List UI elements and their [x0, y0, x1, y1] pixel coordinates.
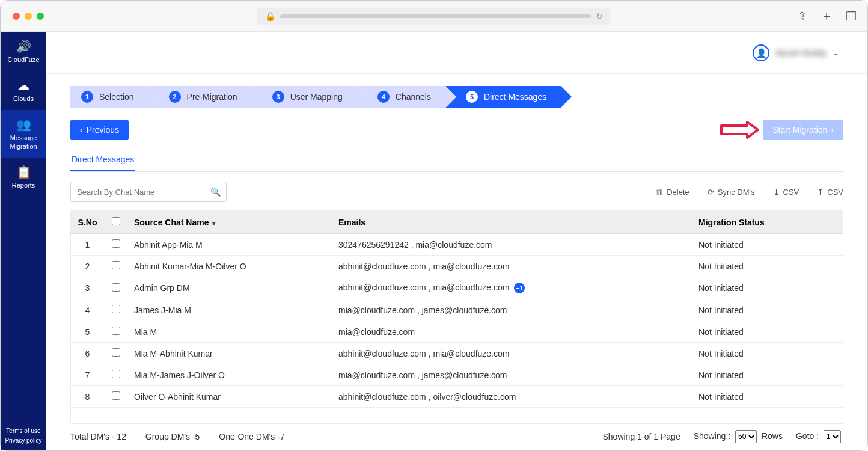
- address-bar[interactable]: 🔒 ↻: [257, 8, 611, 25]
- tab-direct-messages[interactable]: Direct Messages: [70, 151, 135, 171]
- table-row[interactable]: 6Mia M-Abhinit Kumarabhinit@cloudfuze.co…: [71, 343, 843, 364]
- start-migration-button[interactable]: Start Migration ›: [763, 120, 843, 140]
- sidebar-item-clouds[interactable]: ☁ Clouds: [1, 71, 46, 110]
- lock-icon: 🔒: [265, 11, 275, 21]
- page-size-select[interactable]: 50: [735, 430, 757, 443]
- csv-upload-button[interactable]: ⤒CSV: [817, 188, 843, 197]
- pagination-info: Showing 1 of 1 Page: [602, 432, 680, 441]
- sidebar-brand[interactable]: 🔊 CloudFuze: [1, 32, 46, 71]
- cell-sno: 8: [71, 386, 104, 408]
- brand-label: CloudFuze: [7, 56, 39, 64]
- goto-select[interactable]: 1: [824, 430, 841, 443]
- row-checkbox[interactable]: [112, 370, 120, 378]
- csv-download-button[interactable]: ⤓CSV: [773, 188, 799, 197]
- step-selection[interactable]: 1Selection: [70, 86, 148, 108]
- total-dms: Total DM's - 12: [70, 432, 126, 441]
- cell-checkbox: [104, 386, 128, 408]
- user-menu[interactable]: 👤 Nirosh Reddy ⌄: [753, 44, 839, 61]
- terms-link[interactable]: Terms of use: [5, 426, 41, 436]
- traffic-lights: [13, 13, 44, 20]
- more-badge[interactable]: +1: [514, 283, 525, 293]
- share-icon[interactable]: ⇪: [797, 8, 807, 24]
- cell-emails: mia@cloudfuze.com , james@cloudfuze.com: [332, 364, 692, 386]
- table-row[interactable]: 8Oilver O-Abhinit Kumarabhinit@cloudfuze…: [71, 386, 843, 408]
- cell-sno: 3: [71, 277, 104, 299]
- step-channels[interactable]: 4Channels: [357, 86, 445, 108]
- sidebar-item-label: Message Migration: [1, 134, 46, 150]
- select-all-checkbox[interactable]: [112, 217, 120, 226]
- cell-checkbox: [104, 299, 128, 321]
- user-name: Nirosh Reddy: [775, 48, 827, 58]
- cell-emails: abhinit@cloudfuze.com , mia@cloudfuze.co…: [332, 256, 692, 277]
- maximize-window-icon[interactable]: [37, 13, 44, 20]
- cell-sno: 7: [71, 364, 104, 386]
- reload-icon[interactable]: ↻: [596, 11, 603, 21]
- tabs-overview-icon[interactable]: ❐: [846, 8, 857, 24]
- cell-status: Not Initiated: [692, 364, 843, 386]
- cell-status: Not Initiated: [692, 386, 843, 408]
- table-row[interactable]: 4James J-Mia Mmia@cloudfuze.com , james@…: [71, 299, 843, 321]
- page-size-control: Showing : 50 Rows: [694, 430, 783, 443]
- delete-button[interactable]: 🗑Delete: [655, 188, 689, 197]
- cell-status: Not Initiated: [692, 299, 843, 321]
- sidebar-footer: Terms of use Privacy policy: [2, 422, 44, 450]
- cell-sno: 1: [71, 234, 104, 256]
- header-name[interactable]: Source Chat Name▾: [128, 211, 332, 234]
- cell-checkbox: [104, 256, 128, 277]
- wizard-steps: 1Selection 2Pre-Migration 3User Mapping …: [70, 86, 843, 108]
- cell-status: Not Initiated: [692, 256, 843, 277]
- url-placeholder: [280, 14, 591, 18]
- cell-emails: abhinit@cloudfuze.com , mia@cloudfuze.co…: [332, 277, 692, 299]
- search-icon: 🔍: [210, 187, 221, 197]
- cell-checkbox: [104, 277, 128, 299]
- brand-icon: 🔊: [16, 39, 31, 54]
- chevron-down-icon: ⌄: [833, 49, 839, 57]
- row-checkbox[interactable]: [112, 391, 120, 400]
- sidebar-item-label: Reports: [12, 182, 35, 189]
- sidebar-item-reports[interactable]: 📋 Reports: [1, 158, 46, 197]
- cell-name: Mia M-Abhinit Kumar: [128, 343, 332, 364]
- cell-emails: mia@cloudfuze.com: [332, 321, 692, 343]
- topbar: 👤 Nirosh Reddy ⌄: [46, 32, 867, 74]
- privacy-link[interactable]: Privacy policy: [5, 436, 41, 446]
- table-row[interactable]: 2Abhinit Kumar-Mia M-Oilver Oabhinit@clo…: [71, 256, 843, 277]
- cloud-icon: ☁: [17, 78, 29, 93]
- cell-emails: abhinit@cloudfuze.com , mia@cloudfuze.co…: [332, 343, 692, 364]
- previous-button[interactable]: ‹ Previous: [70, 120, 129, 140]
- sidebar: 🔊 CloudFuze ☁ Clouds 👥 Message Migration…: [1, 32, 46, 450]
- sidebar-item-label: Clouds: [13, 95, 34, 103]
- tabs: Direct Messages: [70, 151, 843, 172]
- cell-checkbox: [104, 364, 128, 386]
- goto-control: Goto : 1: [796, 430, 843, 443]
- new-tab-icon[interactable]: ＋: [821, 8, 833, 24]
- row-checkbox[interactable]: [112, 239, 120, 248]
- row-checkbox[interactable]: [112, 305, 120, 313]
- download-icon: ⤓: [773, 188, 780, 197]
- step-pre-migration[interactable]: 2Pre-Migration: [148, 86, 252, 108]
- row-checkbox[interactable]: [112, 283, 120, 292]
- cell-status: Not Initiated: [692, 234, 843, 256]
- table-row[interactable]: 7Mia M-James J-Oilver Omia@cloudfuze.com…: [71, 364, 843, 386]
- row-checkbox[interactable]: [112, 327, 120, 335]
- search-input[interactable]: [70, 182, 227, 202]
- filter-icon[interactable]: ▾: [212, 219, 216, 227]
- trash-icon: 🗑: [655, 188, 663, 197]
- sync-button[interactable]: ⟳Sync DM's: [708, 188, 755, 197]
- cell-sno: 2: [71, 256, 104, 277]
- table-row[interactable]: 3Admin Grp DMabhinit@cloudfuze.com , mia…: [71, 277, 843, 299]
- table-row[interactable]: 5Mia Mmia@cloudfuze.comNot Initiated: [71, 321, 843, 343]
- cell-status: Not Initiated: [692, 277, 843, 299]
- step-direct-messages[interactable]: 5Direct Messages: [445, 86, 561, 108]
- one-one-dms: One-One DM's -7: [219, 432, 284, 441]
- sidebar-item-message-migration[interactable]: 👥 Message Migration: [1, 110, 46, 157]
- row-checkbox[interactable]: [112, 348, 120, 357]
- clipboard-icon: 📋: [16, 165, 31, 179]
- step-user-mapping[interactable]: 3User Mapping: [252, 86, 357, 108]
- upload-icon: ⤒: [817, 188, 824, 197]
- close-window-icon[interactable]: [13, 13, 20, 20]
- header-sno: S.No: [71, 211, 104, 234]
- row-checkbox[interactable]: [112, 261, 120, 269]
- minimize-window-icon[interactable]: [25, 13, 32, 20]
- cell-checkbox: [104, 234, 128, 256]
- table-row[interactable]: 1Abhinit App-Mia M302476256291242 , mia@…: [71, 234, 843, 256]
